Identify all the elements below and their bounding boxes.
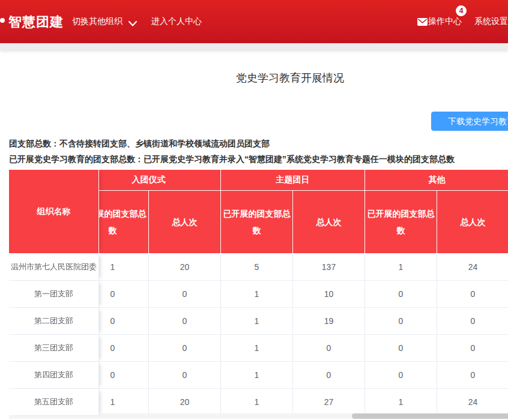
table-row: 第一团支部 0 0 1 10 0 0 <box>9 281 508 308</box>
value-cell: 1 <box>221 389 293 416</box>
sub-header-branches-1: 已开展的团支部总数 <box>221 191 293 254</box>
value-cell: 0 <box>293 335 365 362</box>
value-cell: 0 <box>365 308 437 335</box>
value-cell: 1 <box>221 281 293 308</box>
horizontal-scrollbar-thumb[interactable] <box>352 413 508 419</box>
org-name-cell: 第三团支部 <box>9 335 99 362</box>
value-cell: 1 <box>221 335 293 362</box>
org-name-cell: 第二团支部 <box>9 308 99 335</box>
nav-item-action-center[interactable]: 操作中心 <box>428 16 462 27</box>
notification-badge: 4 <box>456 5 467 16</box>
value-cell: 20 <box>149 389 221 416</box>
nav-item-personal-center[interactable]: 进入个人中心 <box>151 16 202 27</box>
value-cell: 27 <box>293 389 365 416</box>
table-row: 第四团支部 0 0 1 0 0 0 <box>9 362 508 389</box>
col-header-organization-name: 组织名称 <box>9 170 99 254</box>
value-cell: 0 <box>437 308 508 335</box>
app-window: 智慧团建 切换其他组织 进入个人中心 操作中心 4 系统设置 党史学习教育开展情… <box>0 0 508 420</box>
value-cell: 0 <box>293 362 365 389</box>
value-cell: 0 <box>149 335 221 362</box>
table-row: 第五团支部 1 20 1 27 1 24 <box>9 389 508 416</box>
value-cell: 1 <box>221 308 293 335</box>
value-cell: 1 <box>365 389 437 416</box>
value-cell: 20 <box>149 254 221 281</box>
value-cell: 137 <box>293 254 365 281</box>
value-cell: 0 <box>365 281 437 308</box>
value-cell: 0 <box>149 308 221 335</box>
value-cell: 5 <box>221 254 293 281</box>
note-education-total: 已开展党史学习教育的团支部总数：已开展党史学习教育并录入“智慧团建”系统党史学习… <box>9 154 455 165</box>
sub-header-persons-0: 总人次 <box>149 191 221 254</box>
nav-shadow-strip <box>0 43 508 50</box>
value-cell: 0 <box>149 281 221 308</box>
value-cell: 0 <box>365 362 437 389</box>
org-name-cell: 温州市第七人民医院团委 <box>9 254 99 281</box>
note-branch-total: 团支部总数：不含待接转团支部、乡镇街道和学校领域流动团员团支部 <box>9 139 270 149</box>
value-cell: 1 <box>365 254 437 281</box>
org-name-cell: 第一团支部 <box>9 281 99 308</box>
group-header-theme-league-day: 主题团日 <box>221 170 365 191</box>
value-cell: 24 <box>437 254 508 281</box>
org-name-cell: 第五团支部 <box>9 389 99 416</box>
sub-header-persons-1: 总人次 <box>293 191 365 254</box>
logo-dot-icon <box>0 18 5 23</box>
sub-header-persons-2: 总人次 <box>437 191 508 254</box>
value-cell: 0 <box>149 362 221 389</box>
nav-item-system-settings[interactable]: 系统设置 <box>474 16 508 27</box>
value-cell: 0 <box>437 281 508 308</box>
value-cell: 24 <box>437 389 508 416</box>
download-report-button[interactable]: 下载党史学习教育 <box>431 112 508 131</box>
chevron-down-icon[interactable] <box>129 18 137 29</box>
nav-item-switch-organization[interactable]: 切换其他组织 <box>72 16 122 27</box>
value-cell: 0 <box>437 335 508 362</box>
table-row: 温州市第七人民医院团委 1 20 5 137 1 24 <box>9 254 508 281</box>
mail-icon[interactable] <box>417 17 428 28</box>
value-cell: 0 <box>437 362 508 389</box>
table-row: 第二团支部 0 0 1 19 0 0 <box>9 308 508 335</box>
app-logo: 智慧团建 <box>8 13 64 31</box>
report-table-scroll-area[interactable]: 组织名称 入团仪式 主题团日 其他 已开展的团支部总数 总人次 已开展的团支部总… <box>9 170 508 416</box>
top-nav: 智慧团建 切换其他组织 进入个人中心 操作中心 4 系统设置 <box>0 0 508 43</box>
report-table: 组织名称 入团仪式 主题团日 其他 已开展的团支部总数 总人次 已开展的团支部总… <box>9 170 508 416</box>
group-header-other: 其他 <box>365 170 508 191</box>
value-cell: 19 <box>293 308 365 335</box>
page-title: 党史学习教育开展情况 <box>236 71 344 85</box>
value-cell: 10 <box>293 281 365 308</box>
value-cell: 1 <box>221 362 293 389</box>
org-name-cell: 第四团支部 <box>9 362 99 389</box>
value-cell: 0 <box>365 335 437 362</box>
sub-header-branches-2: 已开展的团支部总数 <box>365 191 437 254</box>
table-row: 第三团支部 0 0 1 0 0 0 <box>9 335 508 362</box>
